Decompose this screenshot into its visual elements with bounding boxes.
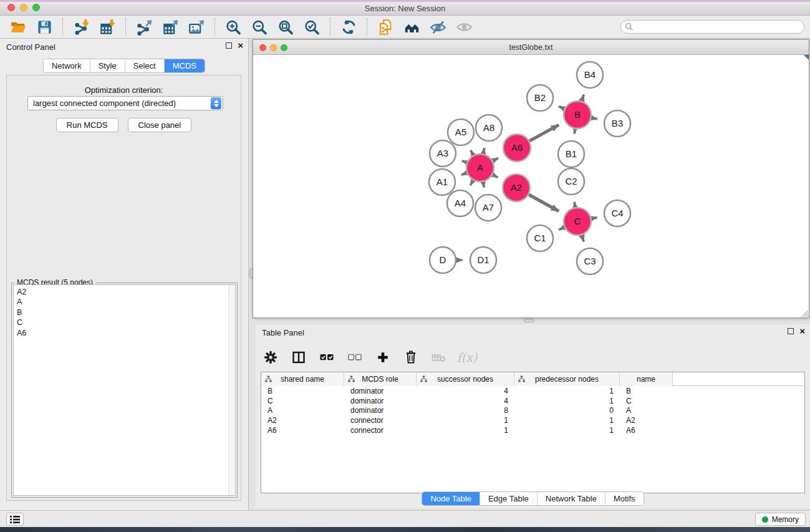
table-cell[interactable]: dominator — [344, 406, 417, 415]
table-cell[interactable]: connector — [344, 416, 417, 425]
graph-node-C4[interactable]: C4 — [604, 200, 630, 226]
table-cell[interactable]: A2 — [620, 416, 673, 425]
export-table-icon[interactable] — [161, 17, 180, 36]
tab-node-table[interactable]: Node Table — [422, 492, 480, 505]
hide-selected-icon[interactable] — [428, 17, 447, 36]
float-table-panel-icon[interactable] — [788, 328, 794, 334]
table-cell[interactable]: dominator — [344, 397, 417, 405]
mcds-result-item[interactable]: A6 — [17, 328, 235, 338]
table-cell[interactable]: 1 — [417, 416, 514, 425]
graph-edge-C-C4[interactable] — [591, 218, 597, 219]
add-icon[interactable] — [374, 349, 392, 366]
graph-node-A7[interactable]: A7 — [475, 195, 501, 221]
graph-node-A3[interactable]: A3 — [430, 140, 456, 167]
table-cell[interactable]: B — [261, 387, 344, 395]
graph-node-A1[interactable]: A1 — [429, 169, 455, 195]
refresh-icon[interactable] — [339, 17, 358, 36]
run-mcds-button[interactable]: Run MCDS — [56, 118, 118, 132]
horizontal-splitter-grip[interactable] — [524, 319, 534, 322]
tab-network-table[interactable]: Network Table — [537, 492, 605, 505]
graph-edge-C-C2[interactable] — [574, 202, 576, 208]
close-panel-icon[interactable]: × — [238, 42, 243, 49]
zoom-fit-icon[interactable] — [276, 17, 295, 36]
graph-edge-A-A3[interactable] — [462, 161, 468, 163]
network-window-titlebar[interactable]: testGlobe.txt — [253, 40, 809, 55]
optimization-criterion-select[interactable]: largest connected component (directed) — [27, 96, 223, 110]
import-network-icon[interactable] — [72, 17, 90, 36]
graph-edge-C-C1[interactable] — [559, 227, 565, 230]
graph-node-B[interactable]: B — [564, 101, 591, 128]
columns-icon[interactable] — [290, 349, 307, 366]
mcds-result-item[interactable]: B — [17, 307, 235, 317]
tab-edge-table[interactable]: Edge Table — [480, 492, 537, 505]
graph-node-A2[interactable]: A2 — [503, 174, 530, 201]
export-image-icon[interactable] — [187, 17, 206, 36]
close-table-panel-icon[interactable]: × — [799, 328, 805, 334]
graph-edge-B-B1[interactable] — [574, 128, 575, 134]
graph-node-C[interactable]: C — [564, 208, 591, 235]
graph-node-D[interactable]: D — [430, 247, 456, 273]
table-cell[interactable]: 8 — [417, 406, 514, 415]
graph-node-A6[interactable]: A6 — [503, 134, 531, 162]
deselect-all-icon[interactable] — [346, 349, 364, 366]
table-cell[interactable]: C — [261, 397, 344, 405]
tab-select[interactable]: Select — [125, 59, 164, 72]
show-all-icon[interactable] — [455, 17, 473, 36]
graph-edge-A-A2[interactable] — [492, 175, 498, 178]
graph-node-A[interactable]: A — [466, 154, 494, 181]
graph-edge-C-C3[interactable] — [582, 235, 584, 242]
result-scrollbar[interactable] — [228, 285, 235, 495]
graph-node-D1[interactable]: D1 — [470, 247, 496, 273]
table-cell[interactable]: 1 — [514, 397, 620, 405]
network-canvas[interactable]: AA1A2A3A4A5A6A7A8BB1B2B3B4CC1C2C3C4DD1 — [253, 55, 809, 317]
zoom-in-icon[interactable] — [224, 17, 243, 36]
table-cell[interactable]: 1 — [514, 387, 620, 395]
save-icon[interactable] — [35, 17, 54, 36]
mcds-result-list[interactable]: A2ABCA6 — [13, 284, 236, 496]
table-cell[interactable]: B — [620, 387, 673, 395]
memory-button[interactable]: Memory — [755, 513, 806, 526]
open-folder-icon[interactable] — [9, 17, 27, 36]
graph-edge-A-A8[interactable] — [483, 148, 485, 154]
table-cell[interactable]: connector — [344, 426, 417, 435]
gear-icon[interactable] — [262, 349, 279, 366]
graph-edge-A-A4[interactable] — [470, 180, 473, 185]
graph-edge-A6-B[interactable] — [529, 125, 559, 141]
table-row[interactable]: A2connector11A2 — [261, 415, 804, 425]
table-row[interactable]: Cdominator41C — [261, 396, 804, 406]
graph-edge-A-A5[interactable] — [471, 150, 474, 156]
table-row[interactable]: Adominator80A — [261, 406, 804, 416]
export-network-icon[interactable] — [135, 17, 153, 36]
column-header-MCDS-role[interactable]: MCDS role — [344, 372, 417, 386]
table-cell[interactable]: A2 — [261, 416, 344, 425]
mcds-result-item[interactable]: A2 — [17, 287, 235, 297]
table-cell[interactable]: A — [261, 406, 344, 415]
import-table-icon[interactable] — [98, 17, 117, 36]
graph-edge-B-B3[interactable] — [591, 118, 597, 119]
graph-edge-B-B4[interactable] — [582, 95, 584, 102]
table-cell[interactable]: 0 — [514, 406, 620, 415]
tab-network[interactable]: Network — [44, 59, 90, 72]
search-input[interactable] — [620, 20, 804, 34]
graph-node-A5[interactable]: A5 — [448, 119, 474, 145]
table-cell[interactable]: 1 — [417, 426, 514, 435]
graph-edge-A-A6[interactable] — [492, 158, 498, 161]
graph-node-C1[interactable]: C1 — [527, 225, 553, 251]
column-header-shared-name[interactable]: shared name — [261, 372, 344, 386]
table-cell[interactable]: A — [620, 406, 673, 415]
table-row[interactable]: Bdominator41B — [261, 386, 804, 396]
float-panel-icon[interactable] — [226, 42, 232, 49]
trash-icon[interactable] — [402, 349, 420, 366]
close-panel-button[interactable]: Close panel — [128, 118, 192, 132]
table-cell[interactable]: 4 — [417, 397, 514, 405]
table-cell[interactable]: dominator — [344, 387, 417, 395]
graph-node-C3[interactable]: C3 — [577, 248, 603, 274]
graph-edge-A-A1[interactable] — [461, 173, 468, 175]
column-header-predecessor-nodes[interactable]: predecessor nodes — [514, 372, 620, 386]
table-cell[interactable]: 1 — [514, 416, 620, 425]
graph-node-C2[interactable]: C2 — [558, 168, 584, 195]
column-header-successor-nodes[interactable]: successor nodes — [417, 372, 514, 386]
graph-node-B2[interactable]: B2 — [527, 85, 553, 111]
select-all-icon[interactable] — [318, 349, 335, 366]
tab-motifs[interactable]: Motifs — [605, 492, 644, 505]
